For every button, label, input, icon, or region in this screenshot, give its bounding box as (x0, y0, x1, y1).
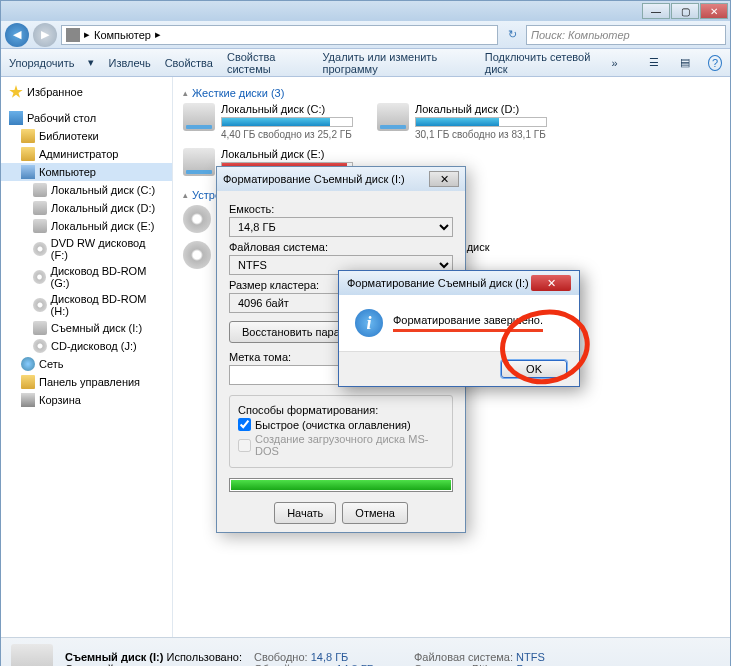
address-bar[interactable]: ▸ Компьютер ▸ (61, 25, 498, 45)
format-progress-bar (229, 478, 453, 492)
sidebar-admin[interactable]: Администратор (1, 145, 172, 163)
drive-thumbnail (11, 644, 53, 667)
extract-button[interactable]: Извлечь (108, 57, 150, 69)
disc-icon (33, 298, 47, 312)
window-titlebar: — ▢ ✕ (1, 1, 730, 21)
computer-icon (21, 165, 35, 179)
sidebar-cd-j[interactable]: CD-дисковод (J:) (1, 337, 172, 355)
network-icon (21, 357, 35, 371)
status-free-lbl: Свободно: (254, 651, 308, 663)
chevron-icon: ▴ (183, 88, 188, 98)
close-icon[interactable]: ✕ (531, 275, 571, 291)
sidebar-bd-h[interactable]: Дисковод BD-ROM (H:) (1, 291, 172, 319)
sidebar-recycle[interactable]: Корзина (1, 391, 172, 409)
maximize-button[interactable]: ▢ (671, 3, 699, 19)
sidebar-network[interactable]: Сеть (1, 355, 172, 373)
disc-icon (183, 205, 211, 233)
system-props-button[interactable]: Свойства системы (227, 51, 309, 75)
more-button[interactable]: » (612, 57, 618, 69)
quick-format-checkbox[interactable] (238, 418, 251, 431)
start-button[interactable]: Начать (274, 502, 336, 524)
folder-icon (21, 129, 35, 143)
status-type: Съемный диск (65, 663, 242, 667)
forward-button[interactable]: ▶ (33, 23, 57, 47)
status-fs-val: NTFS (516, 651, 545, 663)
computer-icon (66, 28, 80, 42)
drive-name: Локальный диск (E:) (221, 148, 353, 160)
search-placeholder: Поиск: Компьютер (531, 29, 630, 41)
drive-usage-bar (415, 117, 547, 127)
status-bitlocker-lbl: Состояние BitLoc… (414, 663, 514, 667)
drive-icon (183, 103, 215, 131)
message-box-titlebar[interactable]: Форматирование Съемный диск (I:) ✕ (339, 271, 579, 295)
map-drive-button[interactable]: Подключить сетевой диск (485, 51, 598, 75)
drive-free-text: 30,1 ГБ свободно из 83,1 ГБ (415, 129, 547, 140)
drive-name: Локальный диск (D:) (415, 103, 547, 115)
sidebar-drive-e[interactable]: Локальный диск (E:) (1, 217, 172, 235)
msdos-checkbox (238, 439, 251, 452)
breadcrumb-arrow: ▸ (155, 28, 161, 41)
preview-pane-icon[interactable]: ▤ (677, 53, 694, 73)
status-used-lbl: Использовано: (166, 651, 242, 663)
cancel-button[interactable]: Отмена (342, 502, 407, 524)
status-title: Съемный диск (I:) (65, 651, 163, 663)
format-dialog-title: Форматирование Съемный диск (I:) (223, 173, 405, 185)
capacity-select[interactable]: 14,8 ГБ (229, 217, 453, 237)
sidebar-favorites[interactable]: Избранное (1, 83, 172, 101)
breadcrumb-text[interactable]: Компьютер (94, 29, 151, 41)
chevron-icon: ▴ (183, 190, 188, 200)
sidebar-control-panel[interactable]: Панель управления (1, 373, 172, 391)
sidebar-drive-d[interactable]: Локальный диск (D:) (1, 199, 172, 217)
sidebar-desktop[interactable]: Рабочий стол (1, 109, 172, 127)
sidebar-dvd-f[interactable]: DVD RW дисковод (F:) (1, 235, 172, 263)
format-dialog-titlebar[interactable]: Форматирование Съемный диск (I:) ✕ (217, 167, 465, 191)
search-input[interactable]: Поиск: Компьютер (526, 25, 726, 45)
sidebar: Избранное Рабочий стол Библиотеки Админи… (1, 77, 173, 637)
ok-button[interactable]: OK (501, 360, 567, 378)
drive-icon (33, 219, 47, 233)
status-total-lbl: Общий размер: (254, 663, 333, 667)
help-icon[interactable]: ? (708, 55, 722, 71)
message-text: Форматирование завершено. (393, 314, 543, 326)
disc-icon (33, 242, 47, 256)
status-bitlocker-val: Выкл. (517, 663, 547, 667)
disc-icon (183, 241, 211, 269)
minimize-button[interactable]: — (642, 3, 670, 19)
status-bar: Съемный диск (I:) Использовано: Съемный … (1, 637, 730, 666)
view-icon[interactable]: ☰ (646, 53, 663, 73)
drive-c[interactable]: Локальный диск (C:) 4,40 ГБ свободно из … (183, 103, 353, 140)
status-total-val: 14,8 ГБ (336, 663, 374, 667)
control-panel-icon (21, 375, 35, 389)
organize-menu[interactable]: Упорядочить (9, 57, 74, 69)
section-hdd[interactable]: ▴Жесткие диски (3) (183, 87, 720, 99)
drive-icon (377, 103, 409, 131)
sidebar-bd-g[interactable]: Дисковод BD-ROM (G:) (1, 263, 172, 291)
capacity-label: Емкость: (229, 203, 453, 215)
toolbar: Упорядочить▾ Извлечь Свойства Свойства с… (1, 49, 730, 77)
sidebar-libraries[interactable]: Библиотеки (1, 127, 172, 145)
nav-row: ◀ ▶ ▸ Компьютер ▸ ↻ Поиск: Компьютер (1, 21, 730, 49)
breadcrumb-arrow: ▸ (84, 28, 90, 41)
desktop-icon (9, 111, 23, 125)
drive-icon (33, 183, 47, 197)
drive-usage-bar (221, 117, 353, 127)
sidebar-drive-c[interactable]: Локальный диск (C:) (1, 181, 172, 199)
user-icon (21, 147, 35, 161)
refresh-button[interactable]: ↻ (502, 28, 522, 41)
uninstall-button[interactable]: Удалить или изменить программу (322, 51, 470, 75)
info-icon: i (355, 309, 383, 337)
close-icon[interactable]: ✕ (429, 171, 459, 187)
back-button[interactable]: ◀ (5, 23, 29, 47)
disc-icon (33, 270, 46, 284)
sidebar-removable-i[interactable]: Съемный диск (I:) (1, 319, 172, 337)
close-button[interactable]: ✕ (700, 3, 728, 19)
drive-free-text: 4,40 ГБ свободно из 25,2 ГБ (221, 129, 353, 140)
message-box: Форматирование Съемный диск (I:) ✕ i Фор… (338, 270, 580, 387)
format-methods-label: Способы форматирования: (238, 404, 444, 416)
properties-button[interactable]: Свойства (165, 57, 213, 69)
sidebar-computer[interactable]: Компьютер (1, 163, 172, 181)
drive-d[interactable]: Локальный диск (D:) 30,1 ГБ свободно из … (377, 103, 547, 140)
drive-icon (33, 321, 47, 335)
status-free-val: 14,8 ГБ (311, 651, 349, 663)
drive-name: Локальный диск (C:) (221, 103, 353, 115)
